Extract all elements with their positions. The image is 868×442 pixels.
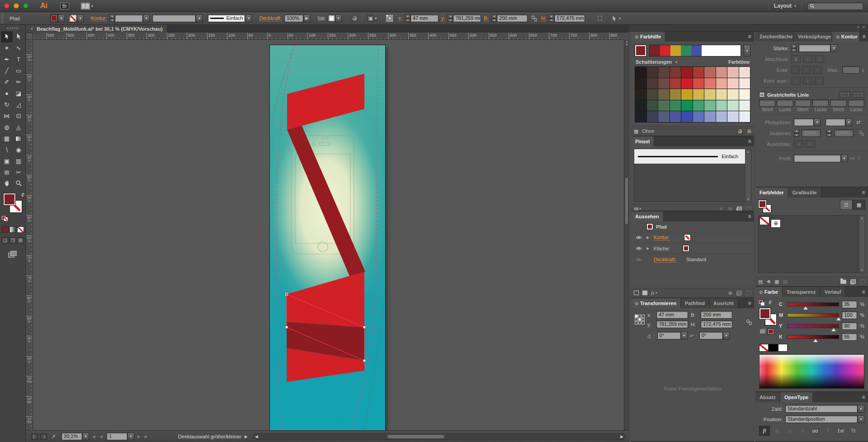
color-mode-button[interactable] [2,226,9,233]
panel-menu-icon[interactable]: ≡ [859,287,868,297]
position-dropdown[interactable]: ▾ [858,415,864,423]
status-popup-icon[interactable]: ▶ [244,434,249,439]
shape-builder-tool[interactable]: ◍ [1,122,13,133]
limit-colors-label[interactable]: Ohne [642,128,654,134]
ruler-corner[interactable] [26,33,33,40]
y-stepper[interactable]: ▲▼ [448,14,453,22]
color-variation-swatch[interactable] [727,67,739,78]
width-stepper[interactable]: ▲▼ [491,14,497,22]
share-icon[interactable]: ↗ [51,433,56,440]
appearance-row-opacity[interactable]: Deckkraft: Standard [633,254,752,265]
color-variation-swatch[interactable] [681,78,693,89]
width-field[interactable]: 200 mm [497,14,528,22]
new-brush-icon[interactable] [737,207,742,211]
out-of-gamut-icon[interactable] [760,329,765,334]
panel-menu-icon[interactable]: ≡ [860,32,868,42]
scroll-down-icon[interactable]: ▼ [625,43,628,46]
new-stroke-icon[interactable] [634,291,639,295]
magic-wand-tool[interactable]: ✶ [1,42,13,54]
swap-arrowheads-icon[interactable]: ⇄ [856,119,860,125]
isolate-dropdown-icon[interactable]: ▾ [375,16,377,20]
cyan-value-field[interactable]: 35 [842,301,857,308]
collapse-panels-icon[interactable]: » [863,25,864,31]
harmony-color[interactable] [681,45,691,56]
color-variation-swatch[interactable] [635,111,646,122]
dash-field[interactable] [759,99,775,107]
flip-across-icon[interactable]: ⋈ [850,155,855,161]
opentype-feature-button[interactable]: 1st [835,426,846,436]
remove-brush-stroke-icon[interactable]: ✕ [719,206,723,212]
color-variation-swatch[interactable] [704,100,716,111]
opacity-dropdown[interactable]: ▶ [303,14,310,22]
color-variation-swatch[interactable] [658,78,670,89]
default-fill-stroke-icon[interactable] [759,301,764,306]
color-variations-grid[interactable] [635,66,750,122]
stroke-attribute-link[interactable]: Kontur: [654,235,670,240]
y-field[interactable]: 781,259 mm [656,320,688,328]
perspective-grid-tool[interactable]: ◬ [13,122,24,133]
color-variation-swatch[interactable] [670,67,681,78]
stroke-panel-link[interactable]: Kontur: [91,15,107,21]
opentype-feature-button[interactable]: T [822,426,833,436]
align-stroke-outside-button[interactable]: ⊥ [815,77,824,85]
color-variation-swatch[interactable] [693,89,704,100]
opacity-field[interactable]: 100% [284,14,303,22]
clear-appearance-icon[interactable]: ⊘ [728,290,732,296]
color-variation-swatch[interactable] [693,78,704,89]
color-variation-swatch[interactable] [658,111,670,122]
opentype-feature-button[interactable]: & [772,426,783,436]
anchor-point[interactable] [286,326,288,329]
scroll-right-icon[interactable]: ▶ [619,434,624,439]
arrange-documents-dropdown-icon[interactable]: ▾ [91,4,93,8]
arrowhead-end-field[interactable] [826,118,845,126]
opentype-feature-button[interactable]: aa [810,426,821,436]
artboard-number-dropdown[interactable]: ▾ [127,433,134,440]
gap-field[interactable] [777,99,793,107]
y-label[interactable]: y: [441,15,445,21]
save-to-swatches-icon[interactable]: ⊞ [747,128,751,134]
horizontal-ruler[interactable]: 0055050045040035030025020015010050050100… [26,33,624,40]
slice-tool[interactable]: ✂ [13,167,24,178]
align-arrow-tip-button[interactable]: ⇥ [794,140,803,148]
height-field[interactable]: 172,475 mm [554,14,585,22]
color-variation-swatch[interactable] [635,100,646,111]
opentype-feature-button[interactable]: A [797,426,808,436]
panel-menu-icon[interactable]: ≡ [859,188,868,197]
color-variation-swatch[interactable] [681,89,693,100]
color-variation-swatch[interactable] [739,111,750,122]
anchor-point[interactable] [363,360,366,362]
gradient-tool[interactable] [13,133,24,144]
color-variation-swatch[interactable] [727,89,739,100]
color-variation-swatch[interactable] [727,111,739,122]
color-variation-swatch[interactable] [693,111,704,122]
harmony-color[interactable] [691,45,702,56]
opacity-link[interactable]: Deckkraft: [259,15,282,21]
miter-join-button[interactable]: ⌐ [791,66,800,74]
harmony-color[interactable] [660,45,670,56]
harmony-colors-strip[interactable] [649,45,741,56]
color-variation-swatch[interactable] [670,111,681,122]
yellow-slider[interactable] [787,324,839,328]
color-themes-icon[interactable]: ❖ [766,279,771,285]
color-variation-swatch[interactable] [739,67,750,78]
panel-grip[interactable] [7,27,19,29]
document-tab[interactable]: × Beachflag_Mobilfunk.ai* bei 30,1 % (CM… [26,25,168,33]
tab-close-icon[interactable]: × [30,26,33,32]
free-transform-tool[interactable]: ⊡ [13,110,24,122]
variation-mode-label[interactable]: Schattierungen [636,59,672,65]
swatch-options-icon[interactable]: ▤ [783,279,788,285]
color-variation-swatch[interactable] [704,89,716,100]
color-variation-swatch[interactable] [716,78,727,89]
pencil-tool[interactable]: ✏ [13,76,24,88]
transform-bounds-icon[interactable]: ⛶ [594,13,606,24]
opacity-attribute-link[interactable]: Deckkraft: [654,257,676,263]
arrange-documents-icon[interactable] [81,3,90,9]
direct-selection-tool[interactable] [1,31,13,42]
yellow-value-field[interactable]: 90 [842,322,857,330]
draw-inside-icon[interactable]: 回 [17,237,24,244]
color-variation-swatch[interactable] [716,111,727,122]
color-variation-swatch[interactable] [647,78,658,89]
tab-ausrichten[interactable]: Ausricht [709,298,738,308]
appearance-item-path[interactable]: Pfad [633,221,752,232]
appearance-row-stroke[interactable]: ▶ Kontur: [633,232,752,243]
